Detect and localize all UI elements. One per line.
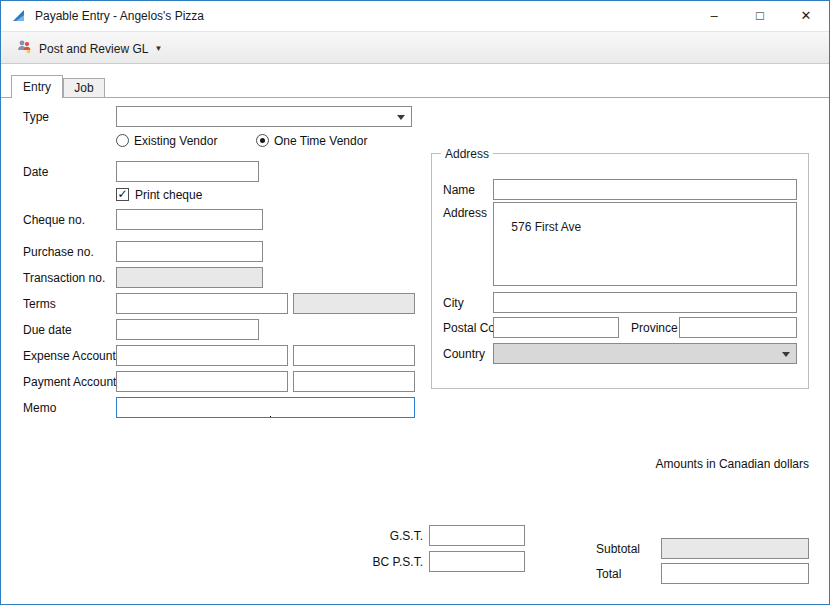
cheque-no-value: 0000024763 <box>134 227 201 230</box>
expense-account-description: Meals & Entertainment <box>311 363 415 366</box>
address-value: 576 First Ave <box>511 220 581 234</box>
payment-account-value: 11120/ / <box>134 389 182 392</box>
post-stamp-icon <box>15 38 33 59</box>
subtotal-label: Subtotal <box>596 542 640 556</box>
expense-account-value: 82385/ / <box>134 363 184 366</box>
cheque-no-field[interactable]: 0000024763 <box>116 209 263 230</box>
due-date-search-icon[interactable] <box>221 323 255 340</box>
transaction-no-value: 0000001288 <box>134 285 201 288</box>
toolbar: Post and Review GL ▼ <box>1 31 829 64</box>
city-label: City <box>443 296 464 310</box>
payment-account-field[interactable]: 11120/ / <box>116 371 288 392</box>
payable-entry-window: Payable Entry - Angelos's Pizza – □ ✕ Po… <box>0 0 830 605</box>
expense-account-description-field: Meals & Entertainment <box>293 345 415 366</box>
city-value: Langley <box>511 310 553 313</box>
chevron-down-icon <box>782 352 790 357</box>
province-field[interactable]: BC <box>679 317 797 338</box>
terms-description-field <box>293 293 415 314</box>
print-cheque-label: Print cheque <box>135 188 202 202</box>
address-group-label: Address <box>441 147 493 161</box>
terms-search-icon[interactable] <box>250 297 284 314</box>
post-button-label: Post and Review GL <box>39 42 148 56</box>
expense-account-search-icon[interactable] <box>250 349 284 366</box>
tab-entry[interactable]: Entry <box>11 75 63 98</box>
minimize-button[interactable]: – <box>691 1 737 31</box>
date-value: 10/03/2018 <box>134 179 194 182</box>
city-field[interactable]: Langley <box>493 292 797 313</box>
country-dropdown[interactable]: Canada <box>493 343 797 364</box>
date-label: Date <box>23 165 48 179</box>
name-field[interactable]: Angelos's Pizza <box>493 179 797 200</box>
type-value: Invoice <box>134 124 172 127</box>
dropdown-caret-icon: ▼ <box>154 44 162 53</box>
close-button[interactable]: ✕ <box>783 1 829 31</box>
type-dropdown[interactable]: Invoice <box>116 106 412 127</box>
transaction-no-field: 0000001288 <box>116 267 263 288</box>
existing-vendor-label: Existing Vendor <box>134 134 217 148</box>
address-textarea[interactable]: 576 First Ave <box>493 202 797 286</box>
existing-vendor-radio[interactable] <box>116 134 129 147</box>
name-label: Name <box>443 183 475 197</box>
type-label: Type <box>23 110 49 124</box>
payment-account-description-field: RBC Bank <box>293 371 415 392</box>
pst-field[interactable]: 0.00 <box>429 551 525 572</box>
chevron-down-icon <box>397 115 405 120</box>
pst-label: BC P.S.T. <box>341 555 423 569</box>
postal-code-value: V5V5V5 <box>511 335 555 338</box>
memo-field[interactable]: Pizza for Inventory Count <box>116 397 415 418</box>
country-label: Country <box>443 347 485 361</box>
due-date-value: / / <box>134 337 147 340</box>
purchase-no-label: Purchase no. <box>23 245 94 259</box>
one-time-vendor-radio[interactable] <box>256 134 269 147</box>
currency-note: Amounts in Canadian dollars <box>601 457 809 471</box>
country-value: Canada <box>511 361 553 364</box>
payment-account-description: RBC Bank <box>311 389 367 392</box>
window-title: Payable Entry - Angelos's Pizza <box>35 1 204 31</box>
expense-account-label: Expense Account <box>23 349 116 363</box>
gst-label: G.S.T. <box>351 529 423 543</box>
memo-label: Memo <box>23 401 56 415</box>
province-label: Province <box>631 321 678 335</box>
date-field[interactable]: 10/03/2018 <box>116 161 259 182</box>
payment-account-search-icon[interactable] <box>250 375 284 392</box>
name-value: Angelos's Pizza <box>511 197 595 200</box>
gst-field[interactable]: 12.10 <box>429 525 525 546</box>
total-value: 254.12 <box>765 581 802 584</box>
province-value: BC <box>697 335 714 338</box>
terms-label: Terms <box>23 297 56 311</box>
address-label: Address <box>443 206 487 220</box>
pst-value: 0.00 <box>495 569 518 572</box>
cheque-no-label: Cheque no. <box>23 213 85 227</box>
postal-code-field[interactable]: V5V5V5 <box>493 317 619 338</box>
terms-field[interactable] <box>116 293 288 314</box>
one-time-vendor-label: One Time Vendor <box>274 134 367 148</box>
purchase-no-field[interactable] <box>116 241 263 262</box>
total-field[interactable]: 254.12 <box>661 563 809 584</box>
due-date-label: Due date <box>23 323 72 337</box>
text-cursor <box>270 416 271 418</box>
memo-value: Pizza for Inventory Count <box>134 415 269 418</box>
payment-account-label: Payment Account <box>23 375 116 389</box>
date-search-icon[interactable] <box>221 165 255 182</box>
subtotal-value: 242.02 <box>765 556 802 559</box>
tab-job[interactable]: Job <box>63 78 105 97</box>
print-cheque-checkbox[interactable] <box>116 188 129 201</box>
subtotal-field: 242.02 <box>661 538 809 559</box>
expense-account-field[interactable]: 82385/ / <box>116 345 288 366</box>
post-and-review-gl-button[interactable]: Post and Review GL ▼ <box>7 36 170 61</box>
transaction-no-label: Transaction no. <box>23 271 105 285</box>
app-icon <box>11 8 27 27</box>
due-date-field[interactable]: / / <box>116 319 259 340</box>
maximize-button[interactable]: □ <box>737 1 783 31</box>
title-bar: Payable Entry - Angelos's Pizza – □ ✕ <box>1 1 829 31</box>
total-label: Total <box>596 567 621 581</box>
gst-value: 12.10 <box>488 543 518 546</box>
